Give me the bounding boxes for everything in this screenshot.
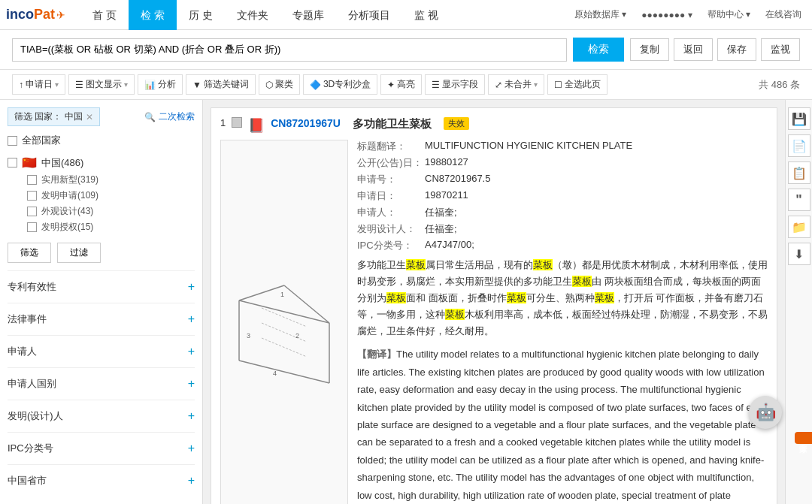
right-quote-btn[interactable]: " (788, 189, 810, 211)
invention-checkbox[interactable] (27, 191, 37, 201)
highlight-4: 菜板 (386, 292, 406, 303)
right-save-btn[interactable]: 💾 (788, 107, 810, 130)
section-validity-label: 专利有效性 (8, 280, 56, 294)
analyze-button[interactable]: 📊 分析 (138, 74, 183, 95)
agent-avatar[interactable]: 🤖 (749, 396, 782, 429)
section-applicant-country-header[interactable]: 申请人国别 + (8, 374, 195, 394)
right-folder-btn[interactable]: 📁 (788, 216, 810, 238)
nav-topics[interactable]: 专题库 (280, 0, 336, 30)
svg-text:3: 3 (247, 332, 250, 340)
merge-button[interactable]: ⤢ 未合并 ▾ (488, 74, 544, 95)
svg-text:4: 4 (273, 370, 277, 377)
fields-button[interactable]: ☰ 显示字段 (425, 74, 485, 95)
total-count: 共 486 条 (759, 78, 800, 92)
section-validity: 专利有效性 + (8, 270, 195, 303)
all-countries-checkbox[interactable] (8, 136, 17, 146)
select-all-button[interactable]: ☐ 全选此页 (547, 74, 607, 95)
pdf-icon[interactable]: 📕 (248, 117, 265, 134)
highlight-6: 菜板 (595, 292, 614, 303)
sandbox-label: 3D专利沙盒 (323, 78, 371, 91)
filter-button[interactable]: 筛选 (8, 243, 51, 263)
checkbox-result[interactable] (232, 117, 242, 128)
abstract-cn: 多功能卫生菜板属日常生活用品，现有的菜板（墩）都是用优质木材制成，木材利用率低，… (357, 257, 768, 340)
highlight-3: 菜板 (572, 276, 592, 287)
section-legal: 法律事件 + (8, 303, 195, 335)
subtype-utility[interactable]: 实用新型(319) (27, 172, 195, 188)
highlight-1: 菜板 (406, 259, 426, 270)
view-label: 图文显示 (86, 78, 122, 91)
fields-icon: ☰ (432, 80, 440, 90)
sort-chevron: ▾ (55, 80, 59, 89)
inventor-value: 任福奎; (425, 222, 457, 236)
save-button[interactable]: 保存 (717, 38, 756, 61)
result-details: 标题翻译： MULTIFUNCTION HYGIENIC KITCHEN PLA… (357, 140, 768, 504)
nav-help-dropdown[interactable]: 帮助中心 ▾ (703, 8, 755, 21)
expand-validity-icon: + (188, 280, 195, 294)
search-input[interactable] (12, 38, 567, 62)
secondary-search-label: 二次检索 (159, 110, 195, 123)
subtype-design[interactable]: 外观设计(43) (27, 204, 195, 219)
service-button[interactable]: 专家服务 (795, 432, 812, 444)
applicant-value: 任福奎; (425, 206, 457, 219)
nav-analysis[interactable]: 分析项目 (336, 0, 402, 30)
status-badge: 失效 (444, 117, 469, 130)
section-inventor: 发明(设计)人 + (8, 400, 195, 432)
copy-button[interactable]: 复制 (630, 38, 669, 61)
filter-keyword-label: 筛选关键词 (204, 78, 249, 91)
china-label: 中国(486) (41, 156, 83, 170)
abstract-en: 【翻译】The utility model relates to a multi… (357, 346, 768, 504)
section-applicant-header[interactable]: 申请人 + (8, 342, 195, 361)
right-doc-btn[interactable]: 📄 (788, 134, 810, 157)
nav-home[interactable]: 首 页 (80, 0, 129, 30)
subtype-granted[interactable]: 发明授权(15) (27, 219, 195, 235)
expand-legal-icon: + (188, 312, 195, 326)
select-all-label: 全选此页 (565, 78, 601, 91)
clear-button[interactable]: 过滤 (57, 243, 101, 263)
search-button[interactable]: 检索 (573, 38, 624, 62)
section-ipc-header[interactable]: IPC分类号 + (8, 439, 195, 458)
filter-tag-text: 筛选 国家： (14, 110, 62, 123)
back-button[interactable]: 返回 (674, 38, 713, 61)
sandbox-button[interactable]: 🔷 3D专利沙盒 (303, 74, 377, 95)
nav-items: 首 页 检 索 历 史 文件夹 专题库 分析项目 监 视 (80, 0, 570, 30)
section-province-header[interactable]: 中国省市 + (8, 471, 195, 490)
cluster-button[interactable]: ⬡ 聚类 (259, 74, 300, 95)
nav-account-dropdown[interactable]: ●●●●●●●● ▾ (637, 10, 696, 20)
nav-monitor[interactable]: 监 视 (402, 0, 450, 30)
nav-search[interactable]: 检 索 (129, 0, 177, 30)
country-china[interactable]: 🇨🇳 中国(486) (8, 153, 195, 172)
nav-database-dropdown[interactable]: 原始数据库 ▾ (570, 8, 631, 21)
section-legal-header[interactable]: 法律事件 + (8, 309, 195, 329)
design-checkbox[interactable] (27, 207, 37, 216)
nav-right-area: 原始数据库 ▾ ●●●●●●●● ▾ 帮助中心 ▾ 在线咨询 (570, 8, 806, 21)
section-legal-label: 法律事件 (8, 312, 47, 326)
granted-checkbox[interactable] (27, 222, 37, 232)
subtype-invention[interactable]: 发明申请(109) (27, 188, 195, 204)
filter-icon: ▼ (192, 80, 201, 90)
sort-icon: ↑ (19, 80, 23, 90)
patent-id[interactable]: CN87201967U (271, 117, 341, 129)
utility-checkbox[interactable] (27, 175, 37, 185)
secondary-search-btn[interactable]: 🔍 二次检索 (144, 110, 195, 123)
section-validity-header[interactable]: 专利有效性 + (8, 277, 195, 297)
section-applicant-country: 申请人国别 + (8, 367, 195, 400)
nav-folder[interactable]: 文件夹 (225, 0, 280, 30)
analyze-label: 分析 (158, 78, 176, 91)
toolbar: ↑ 申请日 ▾ ☰ 图文显示 ▾ 📊 分析 ▼ 筛选关键词 ⬡ 聚类 🔷 3D专… (0, 70, 812, 100)
filter-tag-close[interactable]: ✕ (86, 112, 93, 122)
monitor-button[interactable]: 监视 (761, 38, 800, 61)
nav-online-consult[interactable]: 在线咨询 (761, 8, 806, 21)
filter-keyword-button[interactable]: ▼ 筛选关键词 (186, 74, 256, 95)
view-chevron: ▾ (124, 80, 128, 89)
sort-button[interactable]: ↑ 申请日 ▾ (12, 74, 65, 95)
filter-tag-value: 中国 (65, 110, 83, 123)
china-checkbox[interactable] (8, 158, 17, 167)
section-inventor-header[interactable]: 发明(设计)人 + (8, 406, 195, 426)
highlight-button[interactable]: ✦ 高亮 (380, 74, 422, 95)
section-applicant-label: 申请人 (8, 345, 37, 358)
right-download-btn[interactable]: ⬇ (788, 243, 810, 265)
logo-text-part2: Pat (34, 7, 55, 23)
right-clipboard-btn[interactable]: 📋 (788, 161, 810, 184)
view-button[interactable]: ☰ 图文显示 ▾ (68, 74, 135, 95)
nav-history[interactable]: 历 史 (177, 0, 225, 30)
